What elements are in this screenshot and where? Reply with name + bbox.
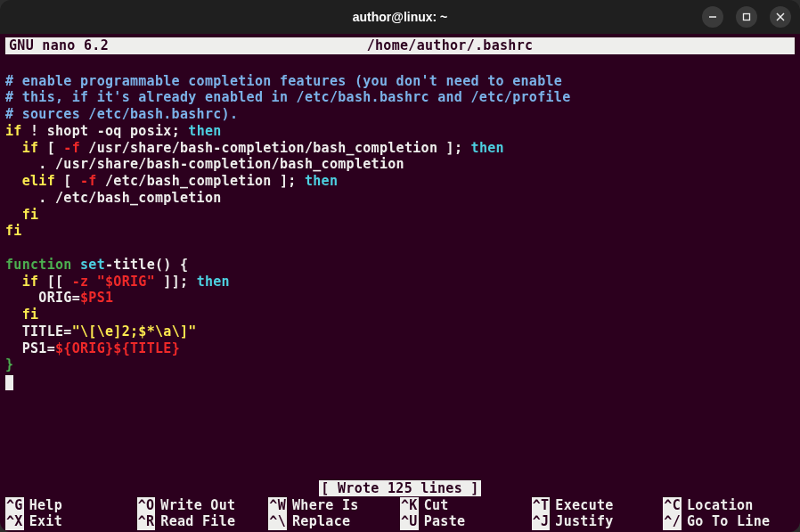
code-token: /usr/share/bash-completion/bash_completi… (80, 140, 462, 156)
minimize-button[interactable] (702, 6, 723, 28)
shortcut-key: ^T (532, 497, 551, 514)
shortcut-label: Read File (160, 513, 235, 530)
shortcut-label: Where Is (292, 497, 359, 514)
shortcut-label: Help (29, 497, 62, 514)
code-line: } (5, 356, 13, 372)
shortcut-key: ^/ (663, 513, 682, 530)
code-token: ! shopt -oq posix; (22, 123, 180, 139)
shortcut-label: Justify (555, 513, 613, 530)
code-token: [ (38, 140, 63, 156)
shortcut-help[interactable]: ^GHelp (5, 497, 137, 514)
terminal-viewport[interactable]: GNU nano 6.2 /home/author/.bashrc # enab… (0, 34, 800, 532)
shortcut-label: Exit (29, 513, 62, 530)
code-token: then (188, 274, 230, 290)
shortcut-whereis[interactable]: ^WWhere Is (268, 497, 400, 514)
code-token: function (5, 257, 72, 273)
close-icon (776, 12, 785, 21)
window-controls (702, 6, 791, 28)
code-token: -title() { (105, 257, 188, 273)
nano-filepath: /home/author/.bashrc (367, 37, 534, 54)
code-token: $PS1 (80, 290, 113, 306)
header-spacer (109, 37, 367, 54)
shortcut-key: ^X (5, 513, 24, 530)
code-token: TITLE= (5, 323, 72, 340)
shortcut-key: ^\ (268, 513, 287, 530)
shortcut-exit[interactable]: ^XExit (5, 513, 137, 530)
code-token: then (180, 123, 222, 139)
nano-appname: GNU nano 6.2 (9, 37, 109, 54)
code-token: -z "$ORIG" (72, 274, 155, 290)
shortcut-key: ^C (663, 497, 682, 514)
code-token: then (462, 140, 504, 156)
shortcut-location[interactable]: ^CLocation (663, 497, 795, 514)
status-message: [ Wrote 125 lines ] (319, 480, 480, 496)
code-token: ORIG= (5, 290, 80, 306)
code-token: /etc/bash_completion ]; (97, 173, 297, 189)
code-token: if (5, 123, 22, 139)
shortcut-writeout[interactable]: ^OWrite Out (137, 497, 269, 514)
code-line: . /etc/bash_completion (5, 190, 222, 206)
code-token: -f (80, 173, 97, 189)
header-spacer-right (533, 37, 791, 54)
code-line: fi (5, 307, 38, 323)
shortcut-key: ^K (400, 497, 419, 514)
shortcut-label: Paste (424, 513, 466, 530)
shortcut-readfile[interactable]: ^RRead File (137, 513, 269, 530)
editor-body[interactable]: # enable programmable completion feature… (5, 54, 795, 480)
code-token: set (72, 257, 105, 273)
shortcut-key: ^G (5, 497, 24, 514)
shortcut-label: Write Out (160, 497, 235, 514)
maximize-icon (742, 12, 751, 21)
code-line: fi (5, 207, 38, 223)
code-token: [ (55, 173, 80, 189)
minimize-icon (708, 12, 717, 21)
shortcut-justify[interactable]: ^JJustify (532, 513, 664, 530)
shortcut-gotoline[interactable]: ^/Go To Line (663, 513, 795, 530)
svg-rect-1 (744, 14, 750, 20)
code-line: fi (5, 223, 22, 239)
code-token: PS1= (5, 340, 55, 356)
shortcut-paste[interactable]: ^UPaste (400, 513, 532, 530)
shortcut-label: Execute (555, 497, 613, 514)
shortcut-label: Location (687, 497, 754, 514)
code-token: if (5, 140, 38, 156)
code-line: # sources /etc/bash.bashrc). (5, 106, 238, 122)
code-line: . /usr/share/bash-completion/bash_comple… (5, 156, 404, 172)
window-title: author@linux: ~ (353, 10, 448, 24)
shortcut-cut[interactable]: ^KCut (400, 497, 532, 514)
code-line: # this, if it's already enabled in /etc/… (5, 89, 571, 105)
shortcut-key: ^O (137, 497, 156, 514)
status-line: [ Wrote 125 lines ] (5, 480, 795, 497)
nano-shortcut-bar: ^GHelp ^OWrite Out ^WWhere Is ^KCut ^TEx… (5, 497, 795, 531)
code-token: elif (5, 173, 55, 189)
shortcut-label: Cut (424, 497, 449, 514)
code-token: if (5, 274, 38, 290)
code-token: -f (63, 140, 80, 156)
shortcut-key: ^R (137, 513, 156, 530)
shortcut-key: ^U (400, 513, 419, 530)
shortcut-label: Go To Line (687, 513, 770, 530)
code-token: ${ORIG}${TITLE} (55, 340, 180, 356)
nano-header: GNU nano 6.2 /home/author/.bashrc (5, 37, 795, 54)
code-token: then (297, 173, 339, 189)
code-token: [[ (38, 274, 71, 290)
shortcut-key: ^J (532, 513, 551, 530)
close-button[interactable] (770, 6, 791, 28)
shortcut-label: Replace (292, 513, 350, 530)
code-line: # enable programmable completion feature… (5, 73, 562, 89)
window-titlebar: author@linux: ~ (0, 0, 800, 34)
shortcut-key: ^W (268, 497, 287, 514)
code-token: "\[\e]2;$*\a\]" (72, 323, 197, 340)
code-token: ]]; (155, 274, 188, 290)
shortcut-execute[interactable]: ^TExecute (532, 497, 664, 514)
shortcut-replace[interactable]: ^\Replace (268, 513, 400, 530)
text-cursor (5, 375, 13, 390)
maximize-button[interactable] (736, 6, 757, 28)
